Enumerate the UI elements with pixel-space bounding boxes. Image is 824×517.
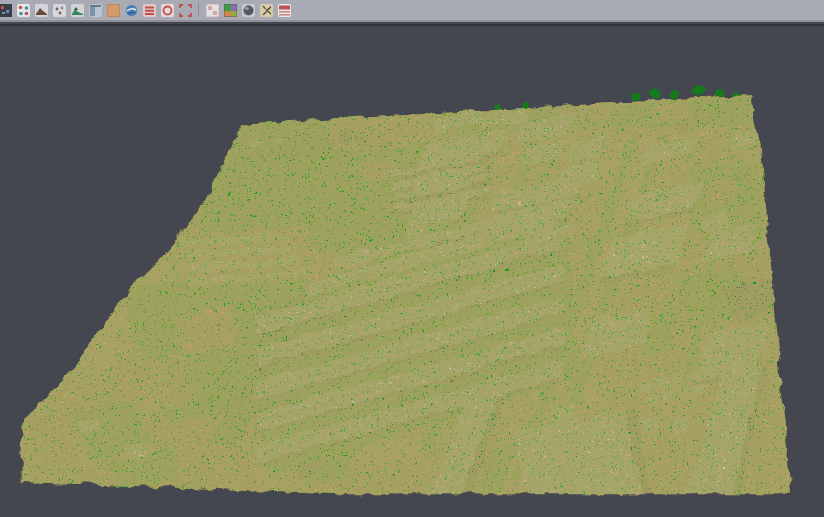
toolbar-separator bbox=[198, 3, 199, 17]
circle-selection-icon[interactable] bbox=[159, 1, 175, 19]
application-window bbox=[0, 0, 824, 517]
red-list-icon[interactable] bbox=[141, 1, 157, 19]
globe-icon[interactable] bbox=[123, 1, 139, 19]
terrain-vegetation-icon[interactable] bbox=[69, 1, 85, 19]
toolbar bbox=[0, 0, 824, 22]
terrain-brown-icon[interactable] bbox=[33, 1, 49, 19]
point-cloud-render bbox=[0, 26, 824, 517]
align-points-icon[interactable] bbox=[15, 1, 31, 19]
side-panel-icon[interactable] bbox=[87, 1, 103, 19]
crop-brackets-icon[interactable] bbox=[177, 1, 193, 19]
subsample-points-icon[interactable] bbox=[51, 1, 67, 19]
app-corner-icon[interactable] bbox=[0, 1, 13, 19]
clip-cross-icon[interactable] bbox=[258, 1, 274, 19]
orange-tile-icon[interactable] bbox=[105, 1, 121, 19]
3d-viewport[interactable] bbox=[0, 24, 824, 517]
checker-tile-icon[interactable] bbox=[204, 1, 220, 19]
classification-map-icon[interactable] bbox=[222, 1, 238, 19]
red-layers-icon[interactable] bbox=[276, 1, 292, 19]
sphere-icon[interactable] bbox=[240, 1, 256, 19]
